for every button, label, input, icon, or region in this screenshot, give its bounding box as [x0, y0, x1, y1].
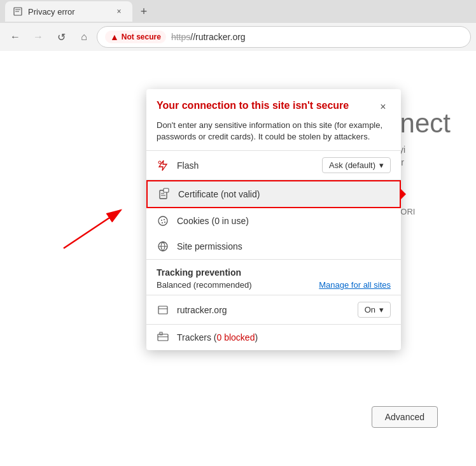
tracking-row: Balanced (recommended) Manage for all si…: [157, 280, 391, 290]
flash-dropdown[interactable]: Ask (default) ▾: [322, 157, 391, 173]
page-background: connect might be tryior credit car ERT_A…: [0, 51, 476, 466]
back-button[interactable]: ←: [5, 27, 25, 47]
popup-close-button[interactable]: ×: [375, 99, 391, 115]
site-control[interactable]: On ▾: [358, 302, 391, 318]
popup-description: Don't enter any sensitive information on…: [146, 115, 401, 150]
svg-point-3: [158, 161, 161, 164]
trackers-row[interactable]: Trackers (0 blocked): [146, 325, 401, 350]
tab-bar: Privacy error × +: [0, 0, 476, 23]
active-tab[interactable]: Privacy error ×: [5, 1, 132, 22]
svg-point-9: [161, 220, 162, 221]
popup-header: Your connection to this site isn't secur…: [146, 89, 401, 115]
domain-part: //rutracker.org: [190, 32, 245, 42]
site-permissions-label: Site permissions: [177, 241, 391, 251]
site-row-label: rutracker.org: [177, 305, 350, 315]
home-button[interactable]: ⌂: [74, 27, 94, 47]
tab-title: Privacy error: [28, 7, 108, 17]
certificate-icon: [158, 188, 171, 201]
advanced-button[interactable]: Advanced: [372, 406, 438, 428]
site-permissions-row[interactable]: Site permissions: [146, 234, 401, 259]
flash-icon: [157, 159, 169, 172]
tracking-prevention-section: Tracking prevention Balanced (recommende…: [146, 260, 401, 295]
certificate-label: Certificate (not valid): [178, 189, 389, 199]
svg-rect-15: [158, 306, 167, 314]
tab-close-button[interactable]: ×: [113, 6, 125, 17]
popup-panel: Your connection to this site isn't secur…: [146, 89, 401, 350]
cookies-label: Cookies (0 in use): [177, 216, 391, 226]
svg-point-12: [164, 222, 165, 223]
tracking-title: Tracking prevention: [157, 267, 391, 278]
tracking-balanced: Balanced (recommended): [157, 280, 252, 290]
flash-row: Flash Ask (default) ▾: [146, 151, 401, 180]
cert-arrow: [400, 188, 406, 201]
tab-icon: [13, 6, 23, 17]
svg-point-8: [158, 216, 167, 225]
browser-chrome: Privacy error × + ← → ↺ ⌂ ▲ Not secure h…: [0, 0, 476, 51]
site-row-icon: [157, 304, 169, 316]
svg-point-11: [162, 222, 163, 223]
flash-label: Flash: [177, 160, 314, 171]
popup-title: Your connection to this site isn't secur…: [157, 99, 370, 113]
site-dropdown-value: On: [365, 305, 375, 314]
site-row: rutracker.org On ▾: [146, 295, 401, 324]
certificate-row[interactable]: Certificate (not valid): [146, 180, 401, 208]
tracking-manage-link[interactable]: Manage for all sites: [319, 280, 391, 290]
flash-control[interactable]: Ask (default) ▾: [322, 157, 391, 173]
svg-rect-5: [164, 188, 169, 192]
annotation-arrow: [45, 178, 159, 255]
new-tab-button[interactable]: +: [135, 3, 153, 20]
site-dropdown[interactable]: On ▾: [358, 302, 391, 318]
flash-dropdown-value: Ask (default): [329, 160, 375, 170]
not-secure-badge[interactable]: ▲ Not secure: [105, 31, 166, 43]
trackers-label: Trackers (0 blocked): [177, 332, 258, 342]
nav-bar: ← → ↺ ⌂ ▲ Not secure https//rutracker.or…: [0, 23, 476, 51]
forward-button[interactable]: →: [28, 27, 48, 47]
trackers-icon: [157, 331, 169, 344]
site-permissions-icon: [157, 240, 169, 253]
cookies-row[interactable]: Cookies (0 in use): [146, 208, 401, 234]
svg-point-10: [164, 219, 165, 220]
address-bar[interactable]: ▲ Not secure https//rutracker.org: [97, 26, 471, 48]
not-secure-label: Not secure: [122, 32, 161, 41]
cookies-icon: [157, 215, 169, 227]
svg-rect-17: [158, 334, 168, 341]
warning-icon: ▲: [110, 32, 119, 42]
trackers-count: 0 blocked: [216, 332, 255, 342]
flash-dropdown-arrow: ▾: [379, 160, 384, 170]
site-dropdown-arrow: ▾: [379, 305, 384, 314]
address-text: https//rutracker.org: [171, 32, 463, 42]
refresh-button[interactable]: ↺: [51, 27, 71, 47]
https-part: https: [171, 32, 190, 42]
